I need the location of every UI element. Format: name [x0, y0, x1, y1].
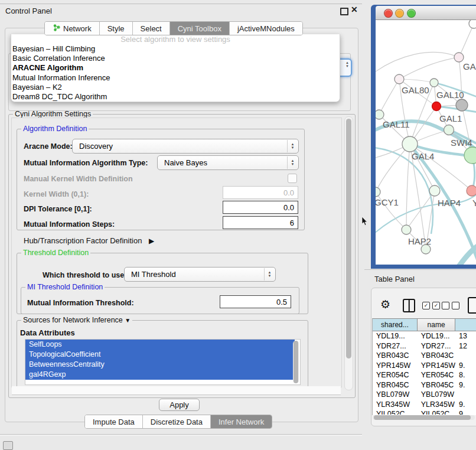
- hub-definition-expander[interactable]: Hub/Transcription Factor Definition ▶: [24, 236, 154, 245]
- network-edge[interactable]: [456, 240, 476, 265]
- zoom-traffic-light-icon[interactable]: [407, 9, 416, 18]
- mi-type-label: Mutual Information Algorithm Type:: [24, 159, 148, 167]
- tab-style[interactable]: Style: [99, 22, 132, 35]
- node-label-gal4: GAL4: [412, 151, 434, 161]
- table-cell: YBL079W: [373, 390, 418, 400]
- tab-cyni-toolbox[interactable]: Cyni Toolbox: [169, 22, 229, 35]
- network-node[interactable]: [402, 225, 411, 234]
- mi-threshold-label: Mutual Information Threshold:: [27, 299, 134, 307]
- minimize-traffic-light-icon[interactable]: [395, 9, 404, 18]
- column-header-name[interactable]: name: [418, 319, 455, 331]
- network-edge[interactable]: [376, 144, 410, 192]
- scrollbar-thumb[interactable]: [346, 119, 351, 358]
- network-canvas[interactable]: GALGAL80GAL10GAL1GAL11SWI4GAL4GCY1HAP4YH…: [376, 20, 476, 265]
- docked-panel-icon[interactable]: [3, 441, 13, 450]
- tab-select[interactable]: Select: [132, 22, 169, 35]
- dropdown-item-bayesian-k2[interactable]: Bayesian – K2: [11, 83, 340, 92]
- sources-group-title[interactable]: Sources for Network Inference ▼: [21, 316, 132, 324]
- network-node[interactable]: [469, 20, 476, 28]
- dropdown-item-dream8-dc-tdc-algorithm[interactable]: Dream8 DC_TDC Algorithm: [11, 92, 340, 102]
- table-cell: 9.: [455, 361, 476, 371]
- table-row[interactable]: YBL079WYBL079W: [373, 390, 476, 400]
- float-panel-icon[interactable]: [340, 8, 348, 15]
- network-node[interactable]: [464, 147, 476, 164]
- combo-stepper-icon: ▲▼: [264, 268, 275, 281]
- mouse-cursor: [361, 217, 369, 226]
- table-row[interactable]: YLR345WYLR345W9.: [373, 400, 476, 410]
- table-cell: 8.: [455, 370, 476, 380]
- network-node[interactable]: [454, 53, 464, 62]
- which-threshold-combo[interactable]: MI Threshold ▲▼: [124, 267, 276, 282]
- dpi-tolerance-field[interactable]: 0.0: [223, 201, 298, 214]
- table-cell: YLR345W: [373, 400, 418, 410]
- top-tab-bar: NetworkStyleSelectCyni ToolboxjActiveMNo…: [44, 21, 303, 35]
- dropdown-item-mutual-information-inference[interactable]: Mutual Information Inference: [11, 73, 340, 83]
- table-row[interactable]: YDL19...YDL19...13: [373, 331, 476, 341]
- network-edge[interactable]: [459, 25, 474, 57]
- data-attributes-list[interactable]: SelfLoopsTopologicalCoefficientBetweenne…: [25, 339, 301, 385]
- select-all-icon[interactable]: ✓ ✓: [422, 302, 440, 309]
- tab-network[interactable]: Network: [45, 22, 99, 35]
- close-icon[interactable]: ✕: [351, 5, 358, 14]
- network-node[interactable]: [430, 79, 438, 87]
- which-threshold-label: Which threshold to use:: [43, 271, 126, 279]
- manual-kernel-checkbox[interactable]: [288, 174, 297, 183]
- tab-discretize-data[interactable]: Discretize Data: [142, 415, 210, 428]
- settings-vertical-scrollbar[interactable]: [344, 116, 353, 390]
- table-row[interactable]: YIL052CYIL052C9: [373, 409, 476, 415]
- mi-threshold-field[interactable]: 0.5: [220, 295, 291, 308]
- attribute-item-topologicalcoefficient[interactable]: TopologicalCoefficient: [25, 350, 295, 360]
- dropdown-item-bayesian-hill-climbing[interactable]: Bayesian – Hill Climbing: [11, 44, 340, 54]
- new-table-icon[interactable]: [468, 297, 476, 314]
- dropdown-item-basic-correlation-inference[interactable]: Basic Correlation Inference: [11, 54, 340, 63]
- table-horizontal-scrollbar[interactable]: [373, 415, 475, 420]
- network-edge[interactable]: [399, 57, 459, 79]
- attribute-item-gal4rgexp[interactable]: gal4RGexp: [25, 370, 295, 380]
- tab-impute-data[interactable]: Impute Data: [85, 415, 142, 428]
- network-node[interactable]: [467, 185, 476, 196]
- column-header-cut[interactable]: [455, 319, 476, 331]
- columns-icon[interactable]: [403, 299, 415, 312]
- network-edge[interactable]: [379, 79, 399, 115]
- table-cell: 9.: [455, 380, 476, 390]
- table-row[interactable]: YBR045CYBR045C9.: [373, 380, 476, 390]
- table-row[interactable]: YBR043CYBR043C: [373, 351, 476, 361]
- attribute-item-betweennesscentrality[interactable]: BetweennessCentrality: [25, 360, 295, 370]
- tab-jactivemnodules[interactable]: jActiveMNodules: [229, 22, 302, 35]
- table-cell: YPR145W: [373, 361, 418, 371]
- deselect-all-icon[interactable]: [442, 302, 459, 309]
- mi-type-combo[interactable]: Naive Bayes ▲▼: [157, 155, 299, 170]
- network-node[interactable]: [429, 185, 440, 196]
- column-header-shared[interactable]: shared...: [373, 319, 418, 331]
- network-edge[interactable]: [406, 144, 410, 230]
- gear-icon[interactable]: ⚙: [380, 298, 390, 311]
- table-row[interactable]: YER054CYER054C8.: [373, 370, 476, 380]
- network-edge[interactable]: [406, 191, 435, 230]
- checked-box-icon: ✓: [432, 302, 440, 309]
- attributes-scrollbar[interactable]: [293, 341, 299, 383]
- network-node[interactable]: [456, 99, 468, 111]
- network-node[interactable]: [432, 102, 441, 111]
- tab-infer-network[interactable]: Infer Network: [210, 415, 272, 428]
- network-edge[interactable]: [376, 53, 459, 77]
- apply-button[interactable]: Apply: [159, 399, 200, 411]
- kernel-width-label: Kernel Width (0,1):: [24, 190, 89, 198]
- node-table[interactable]: shared...name YDL19...YDL19...13YDR27...…: [372, 318, 476, 415]
- network-node[interactable]: [395, 74, 404, 84]
- network-node[interactable]: [444, 125, 454, 135]
- node-label-gal1: GAL1: [439, 113, 462, 123]
- table-row[interactable]: YPR145WYPR145W9.: [373, 361, 476, 371]
- aracne-mode-combo[interactable]: Discovery ▲▼: [72, 139, 299, 154]
- table-row[interactable]: YDR27...YDR27...12: [373, 341, 476, 351]
- dropdown-item-aracne-algorithm[interactable]: ARACNE Algorithm: [11, 63, 340, 73]
- network-edge[interactable]: [399, 79, 434, 83]
- attribute-item-selfloops[interactable]: SelfLoops: [25, 340, 295, 350]
- scrollbar-thumb[interactable]: [294, 341, 298, 383]
- network-node[interactable]: [376, 110, 384, 119]
- network-node[interactable]: [402, 136, 418, 152]
- close-traffic-light-icon[interactable]: [384, 9, 393, 18]
- network-node[interactable]: [376, 187, 380, 197]
- network-window-titlebar[interactable]: [376, 6, 476, 20]
- mi-steps-field[interactable]: 6: [223, 216, 298, 229]
- scrollbar-thumb[interactable]: [374, 415, 471, 420]
